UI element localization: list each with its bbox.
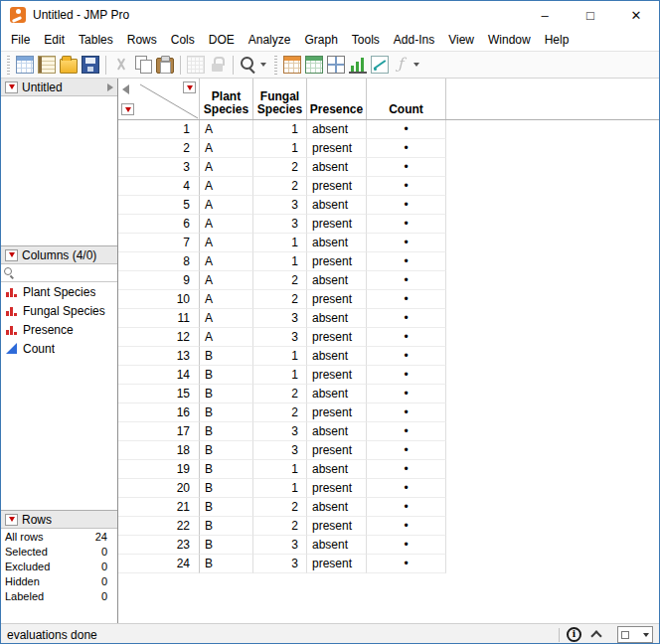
- plant-species-cell[interactable]: B: [200, 385, 253, 403]
- plant-species-cell[interactable]: A: [200, 234, 253, 252]
- count-cell[interactable]: •: [367, 517, 446, 536]
- presence-cell[interactable]: present: [307, 403, 367, 422]
- menu-item-doe[interactable]: DOE: [202, 30, 242, 50]
- presence-cell[interactable]: present: [307, 479, 367, 498]
- count-cell[interactable]: •: [367, 252, 446, 271]
- fungal-species-cell[interactable]: 2: [253, 271, 307, 290]
- fungal-species-cell[interactable]: 2: [253, 517, 307, 536]
- menu-item-graph[interactable]: Graph: [297, 30, 344, 50]
- row-number-cell[interactable]: 20: [118, 479, 200, 498]
- count-cell[interactable]: •: [367, 460, 446, 479]
- minimize-button[interactable]: –: [522, 1, 568, 29]
- copy-icon[interactable]: [134, 56, 152, 74]
- plant-species-cell[interactable]: A: [200, 271, 253, 290]
- row-number-cell[interactable]: 8: [118, 252, 200, 271]
- fungal-species-cell[interactable]: 2: [253, 498, 307, 517]
- row-number-cell[interactable]: 12: [118, 328, 200, 347]
- columns-panel-menu-button[interactable]: [5, 249, 18, 261]
- row-number-cell[interactable]: 17: [118, 422, 200, 441]
- row-number-cell[interactable]: 18: [118, 441, 200, 460]
- presence-cell[interactable]: present: [307, 139, 367, 158]
- row-number-cell[interactable]: 1: [118, 120, 200, 139]
- plant-species-cell[interactable]: B: [200, 479, 253, 498]
- window-list-combo[interactable]: [617, 626, 653, 643]
- row-number-cell[interactable]: 16: [118, 403, 200, 422]
- presence-cell[interactable]: absent: [307, 234, 367, 252]
- count-cell[interactable]: •: [367, 271, 446, 290]
- column-header-presence[interactable]: Presence: [307, 79, 367, 119]
- presence-cell[interactable]: present: [307, 328, 367, 347]
- open-file-icon[interactable]: [60, 59, 78, 74]
- presence-cell[interactable]: absent: [307, 158, 367, 177]
- presence-cell[interactable]: absent: [307, 460, 367, 479]
- lock-icon[interactable]: [209, 56, 227, 74]
- zoom-icon[interactable]: [240, 56, 257, 74]
- cut-icon[interactable]: [112, 56, 130, 74]
- paste-icon[interactable]: [156, 58, 174, 74]
- count-cell[interactable]: •: [367, 177, 446, 196]
- fungal-species-cell[interactable]: 3: [253, 555, 307, 573]
- column-header-count[interactable]: Count: [367, 79, 446, 119]
- collapse-sidebar-icon[interactable]: [122, 84, 129, 94]
- fungal-species-cell[interactable]: 3: [253, 536, 307, 555]
- row-number-cell[interactable]: 10: [118, 290, 200, 309]
- row-number-cell[interactable]: 2: [118, 139, 200, 158]
- menu-item-file[interactable]: File: [4, 30, 37, 50]
- copy-table-icon[interactable]: [187, 56, 205, 74]
- menu-item-help[interactable]: Help: [538, 30, 577, 50]
- fungal-species-cell[interactable]: 2: [253, 403, 307, 422]
- count-cell[interactable]: •: [367, 347, 446, 366]
- row-number-cell[interactable]: 3: [118, 158, 200, 177]
- menu-item-edit[interactable]: Edit: [37, 30, 72, 50]
- row-number-cell[interactable]: 24: [118, 555, 200, 573]
- plant-species-cell[interactable]: A: [200, 177, 253, 196]
- count-cell[interactable]: •: [367, 196, 446, 215]
- row-number-cell[interactable]: 4: [118, 177, 200, 196]
- fungal-species-cell[interactable]: 3: [253, 422, 307, 441]
- row-number-cell[interactable]: 22: [118, 517, 200, 536]
- fungal-species-cell[interactable]: 2: [253, 177, 307, 196]
- count-cell[interactable]: •: [367, 536, 446, 555]
- plant-species-cell[interactable]: B: [200, 366, 253, 385]
- new-data-table-icon[interactable]: [16, 56, 34, 74]
- count-cell[interactable]: •: [367, 422, 446, 441]
- presence-cell[interactable]: present: [307, 215, 367, 234]
- count-cell[interactable]: •: [367, 234, 446, 252]
- column-item[interactable]: Plant Species: [1, 282, 117, 301]
- count-cell[interactable]: •: [367, 403, 446, 422]
- column-item[interactable]: Presence: [1, 320, 117, 339]
- count-cell[interactable]: •: [367, 139, 446, 158]
- count-cell[interactable]: •: [367, 120, 446, 139]
- menu-item-window[interactable]: Window: [481, 30, 538, 50]
- menu-item-analyze[interactable]: Analyze: [242, 30, 298, 50]
- plant-species-cell[interactable]: A: [200, 328, 253, 347]
- presence-cell[interactable]: absent: [307, 422, 367, 441]
- count-cell[interactable]: •: [367, 441, 446, 460]
- presence-cell[interactable]: present: [307, 177, 367, 196]
- zoom-dropdown-icon[interactable]: [260, 63, 266, 67]
- presence-cell[interactable]: absent: [307, 120, 367, 139]
- fungal-species-cell[interactable]: 3: [253, 328, 307, 347]
- count-cell[interactable]: •: [367, 328, 446, 347]
- maximize-button[interactable]: □: [568, 1, 613, 29]
- plant-species-cell[interactable]: B: [200, 498, 253, 517]
- presence-cell[interactable]: present: [307, 517, 367, 536]
- formula-dropdown-icon[interactable]: [413, 63, 419, 67]
- plant-species-cell[interactable]: A: [200, 139, 253, 158]
- count-cell[interactable]: •: [367, 215, 446, 234]
- menu-item-rows[interactable]: Rows: [120, 30, 164, 50]
- row-number-cell[interactable]: 11: [118, 309, 200, 328]
- plant-species-cell[interactable]: B: [200, 403, 253, 422]
- row-number-cell[interactable]: 14: [118, 366, 200, 385]
- presence-cell[interactable]: present: [307, 366, 367, 385]
- row-number-cell[interactable]: 21: [118, 498, 200, 517]
- count-cell[interactable]: •: [367, 498, 446, 517]
- save-icon[interactable]: [82, 56, 99, 74]
- presence-cell[interactable]: absent: [307, 385, 367, 403]
- plant-species-cell[interactable]: B: [200, 422, 253, 441]
- row-number-cell[interactable]: 15: [118, 385, 200, 403]
- fungal-species-cell[interactable]: 1: [253, 347, 307, 366]
- menu-item-cols[interactable]: Cols: [164, 30, 202, 50]
- title-bar[interactable]: Untitled - JMP Pro – □ ✕: [1, 1, 659, 29]
- rows-menu-button[interactable]: [121, 103, 134, 115]
